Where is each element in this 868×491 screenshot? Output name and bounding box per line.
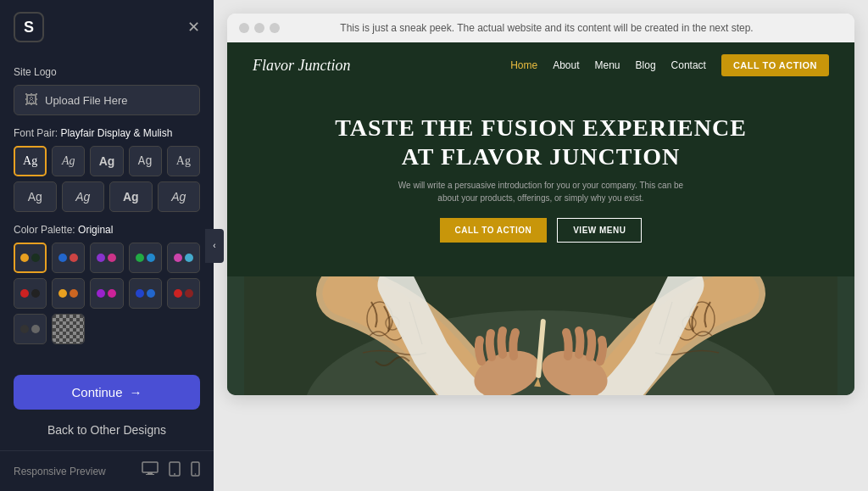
hero-image: [227, 276, 854, 395]
nav-cta-button[interactable]: CALL TO ACTION: [721, 54, 829, 76]
palette-option-11[interactable]: [14, 314, 47, 344]
sidebar-content: Site Logo 🖼 Upload File Here Font Pair: …: [0, 54, 214, 366]
tablet-icon[interactable]: [169, 461, 181, 481]
font-option-6[interactable]: Ag: [14, 181, 57, 212]
site-nav: Flavor Junction Home About Menu Blog Con…: [227, 42, 854, 88]
hero-cta-button[interactable]: CALL TO ACTION: [440, 218, 548, 243]
website-preview: Flavor Junction Home About Menu Blog Con…: [227, 42, 854, 395]
font-pair-label: Font Pair: Playfair Display & Mulish: [14, 127, 200, 139]
color-palette-label: Color Palette: Original: [14, 224, 200, 236]
font-pair-grid-row1: Ag Ag Ag Ag Ag: [14, 146, 200, 176]
palette-option-7[interactable]: [52, 278, 85, 309]
svg-rect-0: [142, 462, 158, 472]
browser-bar: This is just a sneak peek. The actual we…: [227, 14, 854, 42]
nav-links: Home About Menu Blog Contact CALL TO ACT…: [510, 54, 829, 76]
mobile-icon[interactable]: [191, 461, 200, 481]
desktop-icon[interactable]: [142, 461, 159, 481]
main-preview-area: This is just a sneak peek. The actual we…: [214, 0, 868, 491]
hero-section: TASTE THE FUSION EXPERIENCE AT FLAVOR JU…: [227, 88, 854, 276]
continue-button[interactable]: Continue →: [14, 375, 200, 410]
sidebar: S ✕ Site Logo 🖼 Upload File Here Font Pa…: [0, 0, 214, 491]
svg-rect-1: [147, 472, 153, 474]
svg-point-4: [174, 473, 175, 475]
browser-notice-text: This is just a sneak peek. The actual we…: [251, 22, 843, 34]
font-option-1[interactable]: Ag: [14, 146, 47, 176]
browser-dot-1: [239, 23, 249, 33]
sidebar-header: S ✕: [0, 0, 214, 54]
responsive-preview-label: Responsive Preview: [14, 466, 106, 477]
upload-placeholder-text: Upload File Here: [45, 94, 128, 107]
font-option-3[interactable]: Ag: [90, 146, 123, 176]
nav-about[interactable]: About: [553, 59, 579, 71]
palette-option-1[interactable]: [14, 243, 47, 273]
font-option-2[interactable]: Ag: [52, 146, 85, 176]
palette-option-6[interactable]: [14, 278, 47, 309]
font-pair-grid-row2: Ag Ag Ag Ag: [14, 181, 200, 212]
palette-option-4[interactable]: [129, 243, 162, 273]
font-option-7[interactable]: Ag: [62, 181, 105, 212]
font-option-4[interactable]: Ag: [129, 146, 162, 176]
hero-subtitle: We will write a persuasive introduction …: [388, 179, 693, 204]
color-palette-name: Original: [78, 224, 113, 236]
palette-option-2[interactable]: [52, 243, 85, 273]
responsive-icons: [142, 461, 200, 481]
upload-file-button[interactable]: 🖼 Upload File Here: [14, 85, 200, 115]
sidebar-footer: Responsive Preview: [0, 450, 214, 491]
font-option-5[interactable]: Ag: [167, 146, 200, 176]
sidebar-toggle-button[interactable]: ‹: [205, 229, 224, 263]
hero-title: TASTE THE FUSION EXPERIENCE AT FLAVOR JU…: [329, 114, 753, 170]
hero-secondary-button[interactable]: VIEW MENU: [557, 218, 642, 243]
palette-option-5[interactable]: [167, 243, 200, 273]
chef-illustration: [227, 276, 854, 395]
font-pair-name: Playfair Display & Mulish: [60, 127, 172, 139]
palette-option-8[interactable]: [90, 278, 123, 309]
svg-point-6: [195, 473, 197, 475]
hero-buttons: CALL TO ACTION VIEW MENU: [440, 218, 643, 243]
nav-blog[interactable]: Blog: [636, 59, 656, 71]
site-brand: Flavor Junction: [253, 57, 350, 75]
nav-menu[interactable]: Menu: [595, 59, 620, 71]
palette-grid: [14, 243, 200, 344]
palette-option-9[interactable]: [129, 278, 162, 309]
font-option-8[interactable]: Ag: [109, 181, 153, 212]
app-logo: S: [14, 12, 44, 42]
image-icon: 🖼: [25, 92, 38, 108]
nav-contact[interactable]: Contact: [671, 59, 706, 71]
font-option-9[interactable]: Ag: [158, 181, 201, 212]
palette-option-3[interactable]: [90, 243, 123, 273]
site-logo-label: Site Logo: [14, 66, 200, 78]
nav-home[interactable]: Home: [510, 59, 537, 71]
close-button[interactable]: ✕: [187, 18, 200, 36]
browser-frame: This is just a sneak peek. The actual we…: [227, 14, 854, 395]
svg-rect-2: [146, 474, 154, 475]
back-to-designs-button[interactable]: Back to Other Designs: [14, 416, 200, 444]
palette-option-10[interactable]: [167, 278, 200, 309]
palette-option-12[interactable]: [52, 314, 85, 344]
